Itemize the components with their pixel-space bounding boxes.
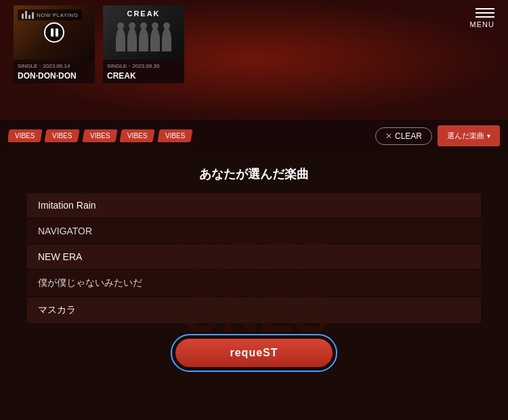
filter-tag-3[interactable]: VIBES: [82, 129, 118, 142]
filter-tag-5[interactable]: VIBES: [157, 129, 193, 142]
request-button-outer: requeST: [171, 334, 337, 372]
menu-label: MENU: [470, 20, 494, 28]
clear-x-icon: ✕: [385, 131, 392, 141]
card-title-2: CREAK: [107, 71, 180, 81]
card-now-playing[interactable]: NOW PLAYING SINGLE・2023.06.14 DON·DON·DO…: [14, 5, 95, 83]
card-meta-2: SINGLE・2023.08.30: [107, 62, 180, 70]
request-button[interactable]: requeST: [175, 339, 332, 367]
card-img-2: CREAK: [103, 5, 184, 60]
pause-icon: [51, 28, 58, 37]
filter-tags: VIBES VIBES VIBES VIBES VIBES: [8, 129, 370, 142]
pause-button[interactable]: [44, 22, 64, 43]
card-title-1: DON·DON·DON: [18, 71, 91, 81]
song-list: Imitation Rain NAVIGATOR NEW ERA 僕が僕じゃない…: [0, 193, 508, 323]
card-bg-2: CREAK: [103, 5, 184, 60]
hamburger-icon: [475, 8, 494, 18]
filter-tag-4[interactable]: VIBES: [120, 129, 156, 142]
chevron-down-icon: ▾: [487, 132, 490, 140]
filter-bar: VIBES VIBES VIBES VIBES VIBES ✕ CLEAR 選ん…: [0, 119, 508, 152]
card-info-2: SINGLE・2023.08.30 CREAK: [103, 60, 184, 83]
request-button-wrap: requeST: [0, 334, 508, 372]
cards-row: NOW PLAYING SINGLE・2023.06.14 DON·DON·DO…: [14, 5, 184, 83]
menu-button[interactable]: MENU: [470, 8, 494, 28]
clear-label: CLEAR: [395, 131, 422, 141]
pause-overlay: [14, 5, 95, 60]
song-item-5[interactable]: マスカラ: [27, 297, 481, 323]
top-section: MENU NOW PLAYING: [0, 0, 508, 119]
card-img-1: NOW PLAYING: [14, 5, 95, 60]
band-silhouettes: [116, 28, 171, 51]
song-item-3[interactable]: NEW ERA: [27, 245, 481, 269]
creak-card-title: CREAK: [127, 9, 160, 18]
clear-button[interactable]: ✕ CLEAR: [375, 127, 432, 145]
card-info-1: SINGLE・2023.06.14 DON·DON·DON: [14, 60, 95, 83]
selected-songs-button[interactable]: 選んだ楽曲 ▾: [438, 125, 500, 146]
section-title: あなたが選んだ楽曲: [0, 166, 508, 182]
filter-tag-1[interactable]: VIBES: [8, 129, 43, 142]
filter-tag-2[interactable]: VIBES: [45, 129, 81, 142]
song-item-4[interactable]: 僕が僕じゃないみたいだ: [27, 270, 481, 296]
song-item-2[interactable]: NAVIGATOR: [27, 219, 481, 243]
selected-label: 選んだ楽曲: [447, 131, 484, 141]
card-creak[interactable]: CREAK SINGLE・2023.08.30 CREAK: [103, 5, 184, 83]
card-meta-1: SINGLE・2023.06.14: [18, 62, 91, 70]
song-item-1[interactable]: Imitation Rain: [27, 193, 481, 217]
main-content: VIBESONES あなたが選んだ楽曲 Imitation Rain NAVIG…: [0, 152, 508, 420]
